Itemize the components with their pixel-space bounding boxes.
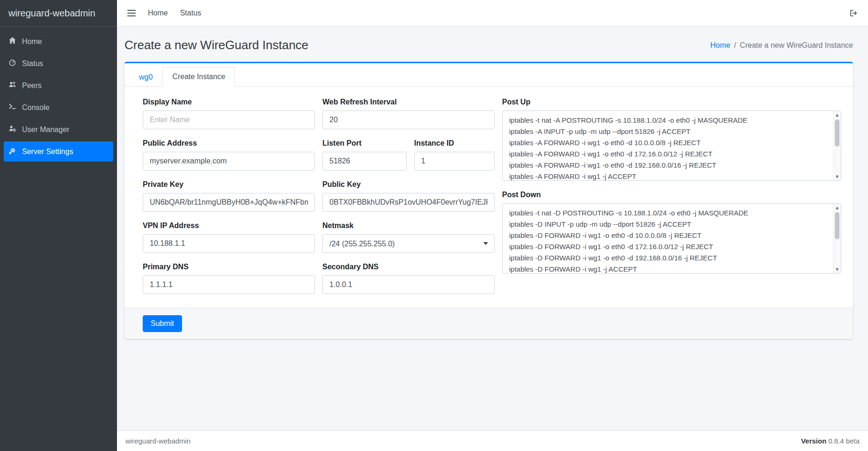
sidebar: wireguard-webadmin Home Status Peers: [0, 0, 117, 451]
instance-card: wg0 Create Instance Display Name Public …: [124, 62, 853, 339]
sidebar-item-label: Console: [22, 104, 50, 112]
sidebar-item-label: Home: [22, 37, 42, 46]
card-footer: Submit: [124, 308, 853, 339]
display-name-group: Display Name: [143, 98, 315, 129]
footer-brand: wireguard-webadmin: [125, 437, 190, 445]
top-navbar: Home Status: [117, 0, 868, 27]
server-settings-icon: [8, 147, 16, 156]
footer-version-value: 0.8.4 beta: [828, 437, 860, 445]
sidebar-item-label: Status: [22, 59, 43, 68]
breadcrumb-current: Create a new WireGuard Instance: [740, 41, 853, 50]
display-name-input[interactable]: [143, 111, 315, 129]
topnav-link-status[interactable]: Status: [180, 9, 201, 17]
primary-dns-input[interactable]: [143, 275, 315, 294]
scrollbar-track[interactable]: [833, 211, 841, 266]
home-icon: [8, 37, 16, 46]
vpn-ip-input[interactable]: [143, 234, 315, 253]
private-key-group: Private Key: [143, 180, 315, 212]
sidebar-item-label: Peers: [22, 81, 42, 90]
post-down-label: Post Down: [502, 191, 841, 199]
listen-port-label: Listen Port: [322, 139, 407, 148]
scrollbar-thumb[interactable]: [835, 119, 839, 147]
public-address-group: Public Address: [143, 139, 315, 170]
sidebar-item-home[interactable]: Home: [4, 31, 113, 52]
scroll-up-icon[interactable]: ▲: [833, 204, 841, 211]
sidebar-item-server-settings[interactable]: Server Settings: [4, 141, 113, 162]
console-icon: [8, 103, 16, 112]
public-address-input[interactable]: [143, 152, 315, 170]
scroll-up-icon[interactable]: ▲: [833, 111, 841, 118]
form-column-right: Post Up iptables -t nat -A POSTROUTING -…: [502, 98, 841, 304]
form-column-middle: Web Refresh Interval Listen Port Instanc…: [322, 98, 495, 304]
post-up-label: Post Up: [502, 98, 841, 106]
web-refresh-interval-label: Web Refresh Interval: [322, 98, 495, 106]
tab-create-instance[interactable]: Create Instance: [162, 67, 235, 87]
scroll-down-icon[interactable]: ▼: [833, 173, 841, 180]
post-down-scrollbar[interactable]: ▲ ▼: [833, 204, 841, 273]
content-header: Create a new WireGuard Instance Home / C…: [124, 27, 853, 62]
listen-port-group: Listen Port: [322, 139, 407, 170]
breadcrumb-home-link[interactable]: Home: [710, 41, 730, 50]
footer-version: Version 0.8.4 beta: [801, 437, 860, 445]
post-down-group: Post Down iptables -t nat -D POSTROUTING…: [502, 191, 841, 274]
post-down-textarea[interactable]: iptables -t nat -D POSTROUTING -s 10.188…: [503, 204, 841, 273]
display-name-label: Display Name: [143, 98, 315, 106]
secondary-dns-label: Secondary DNS: [322, 263, 495, 271]
main-column: Home Status Create a new WireGuard Insta…: [117, 0, 868, 451]
post-up-group: Post Up iptables -t nat -A POSTROUTING -…: [502, 98, 841, 181]
netmask-group: Netmask /24 (255.255.255.0): [322, 222, 495, 253]
post-up-textarea-wrap: iptables -t nat -A POSTROUTING -s 10.188…: [502, 111, 841, 181]
post-up-textarea[interactable]: iptables -t nat -A POSTROUTING -s 10.188…: [503, 111, 841, 180]
scrollbar-thumb[interactable]: [835, 212, 839, 239]
user-manager-icon: [8, 125, 16, 134]
sidebar-item-peers[interactable]: Peers: [4, 75, 113, 96]
port-id-row: Listen Port Instance ID: [322, 139, 495, 170]
peers-icon: [8, 81, 16, 90]
topnav-link-home[interactable]: Home: [148, 9, 168, 17]
breadcrumb-separator: /: [734, 41, 736, 50]
app-root: wireguard-webadmin Home Status Peers: [0, 0, 868, 451]
sidebar-item-console[interactable]: Console: [4, 97, 113, 118]
private-key-label: Private Key: [143, 180, 315, 189]
sidebar-item-user-manager[interactable]: User Manager: [4, 119, 113, 140]
public-key-label: Public Key: [322, 180, 495, 189]
secondary-dns-group: Secondary DNS: [322, 263, 495, 294]
instance-id-input[interactable]: [414, 152, 495, 170]
netmask-select[interactable]: /24 (255.255.255.0): [322, 234, 495, 253]
breadcrumb: Home / Create a new WireGuard Instance: [710, 41, 853, 50]
public-key-group: Public Key: [322, 180, 495, 212]
form-column-left: Display Name Public Address Private Key: [143, 98, 315, 304]
public-key-input[interactable]: [322, 193, 495, 212]
post-up-scrollbar[interactable]: ▲ ▼: [833, 111, 841, 180]
sidebar-item-label: User Manager: [22, 126, 69, 134]
status-icon: [8, 59, 16, 68]
page-footer: wireguard-webadmin Version 0.8.4 beta: [117, 430, 868, 451]
secondary-dns-input[interactable]: [322, 275, 495, 294]
vpn-ip-group: VPN IP Address: [143, 222, 315, 253]
submit-button[interactable]: Submit: [143, 315, 182, 332]
netmask-label: Netmask: [322, 222, 495, 230]
vpn-ip-label: VPN IP Address: [143, 222, 315, 230]
netmask-select-wrap: /24 (255.255.255.0): [322, 234, 495, 253]
sidebar-brand[interactable]: wireguard-webadmin: [0, 0, 117, 27]
instance-id-group: Instance ID: [414, 139, 495, 170]
scrollbar-track[interactable]: [833, 118, 841, 173]
primary-dns-group: Primary DNS: [143, 263, 315, 294]
private-key-input[interactable]: [143, 193, 315, 212]
post-down-textarea-wrap: iptables -t nat -D POSTROUTING -s 10.188…: [502, 203, 841, 274]
sidebar-item-label: Server Settings: [22, 148, 73, 156]
tab-wg0[interactable]: wg0: [129, 67, 162, 87]
instance-tabs: wg0 Create Instance: [124, 67, 853, 87]
menu-icon[interactable]: [127, 10, 136, 16]
public-address-label: Public Address: [143, 139, 315, 148]
logout-icon[interactable]: [849, 9, 858, 17]
web-refresh-interval-input[interactable]: [322, 111, 495, 129]
page-title: Create a new WireGuard Instance: [124, 38, 308, 52]
web-refresh-interval-group: Web Refresh Interval: [322, 98, 495, 129]
sidebar-nav: Home Status Peers Console: [0, 27, 117, 168]
instance-id-label: Instance ID: [414, 139, 495, 148]
listen-port-input[interactable]: [322, 152, 407, 170]
primary-dns-label: Primary DNS: [143, 263, 315, 271]
sidebar-item-status[interactable]: Status: [4, 53, 113, 74]
scroll-down-icon[interactable]: ▼: [833, 266, 841, 273]
